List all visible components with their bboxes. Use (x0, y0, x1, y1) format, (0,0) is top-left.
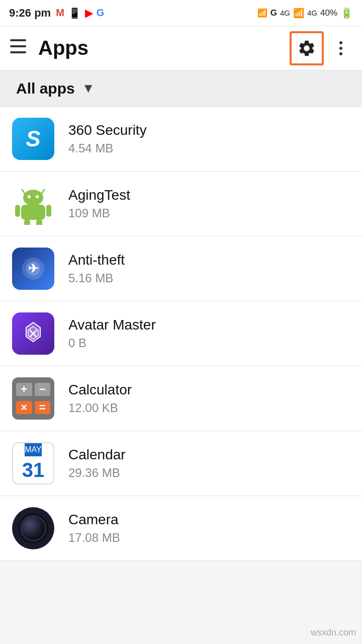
app-icon-antitheft: ✈ (12, 248, 54, 290)
app-icon-avatarmaster (12, 312, 54, 355)
list-item[interactable]: S 360 Security 4.54 MB (0, 107, 362, 172)
svg-rect-9 (15, 205, 20, 217)
app-info-calendar: Calendar 29.36 MB (68, 447, 126, 480)
app-icon-360security: S (12, 118, 54, 160)
filter-bar[interactable]: All apps ▼ (0, 70, 362, 107)
app-bar-left: Apps (10, 37, 88, 59)
chevron-down-icon: ▼ (82, 80, 95, 96)
app-icon-calendar: MAY 31 (12, 442, 54, 485)
signal2-icon: 📶 (293, 8, 304, 19)
calendar-month: MAY (25, 443, 41, 456)
more-dot-3 (339, 52, 342, 55)
notification-icons: M 📱 ▶ G (56, 7, 104, 19)
signal-icon: 📶 (257, 8, 267, 18)
status-bar: 9:26 pm M 📱 ▶ G 📶 G 4G 📶 4G 40% 🔋 (0, 0, 362, 26)
app-name: Calendar (68, 447, 126, 463)
signal3-text: 4G (307, 9, 317, 17)
list-item[interactable]: Avatar Master 0 B (0, 301, 362, 366)
app-icon-calculator: + − × = (12, 377, 54, 420)
more-dot-2 (339, 47, 342, 50)
battery-icon: 🔋 (340, 7, 353, 19)
calc-equals: = (35, 401, 51, 414)
calc-times: × (16, 401, 32, 414)
battery-level: 40% (320, 8, 337, 18)
svg-rect-10 (46, 205, 51, 217)
app-size: 5.16 MB (68, 271, 125, 285)
app-bar: Apps (0, 26, 362, 70)
more-options-button[interactable] (330, 37, 352, 59)
app-bar-right (290, 31, 352, 65)
youtube-icon: ▶ (85, 7, 93, 19)
app-info-agingtest: AgingTest 109 MB (68, 187, 130, 220)
list-item[interactable]: ✈ Anti-theft 5.16 MB (0, 236, 362, 301)
gmail-icon: M (56, 7, 64, 19)
app-size: 17.08 MB (68, 531, 120, 545)
app-info-360security: 360 Security 4.54 MB (68, 122, 147, 155)
svg-rect-11 (24, 219, 30, 225)
list-item[interactable]: Camera 17.08 MB (0, 496, 362, 561)
svg-rect-1 (10, 45, 26, 47)
gear-icon (297, 39, 316, 58)
svg-rect-12 (36, 219, 42, 225)
camera-lens (20, 515, 46, 541)
antitheft-svg: ✈ (20, 256, 46, 282)
svg-text:✈: ✈ (28, 262, 38, 275)
app-info-calculator: Calculator 12.00 KB (68, 382, 132, 415)
app-size: 12.00 KB (68, 401, 132, 415)
android-icon (12, 183, 54, 225)
google-icon: G (97, 7, 105, 19)
app-size: 109 MB (68, 206, 130, 220)
list-item[interactable]: AgingTest 109 MB (0, 172, 362, 236)
svg-point-6 (28, 195, 31, 198)
app-size: 4.54 MB (68, 141, 147, 155)
page-title: Apps (38, 37, 88, 59)
app-info-avatarmaster: Avatar Master 0 B (68, 317, 156, 350)
list-item[interactable]: + − × = Calculator 12.00 KB (0, 366, 362, 431)
svg-point-7 (36, 195, 39, 198)
filter-label: All apps (16, 80, 75, 97)
svg-rect-2 (10, 51, 26, 53)
lte-icon: 4G (280, 9, 290, 17)
360-icon-letter: S (26, 126, 40, 151)
svg-rect-8 (21, 205, 45, 220)
svg-rect-0 (10, 39, 26, 41)
app-list: S 360 Security 4.54 MB (0, 107, 362, 561)
status-time: 9:26 pm (9, 7, 51, 20)
status-right-area: 📶 G 4G 📶 4G 40% 🔋 (257, 7, 353, 19)
app-size: 29.36 MB (68, 466, 126, 480)
hamburger-menu-button[interactable] (10, 39, 26, 57)
watermark: wsxdn.com (311, 627, 356, 638)
calc-plus: + (16, 383, 32, 396)
app-name: 360 Security (68, 122, 147, 138)
list-item[interactable]: MAY 31 Calendar 29.36 MB (0, 431, 362, 496)
app-size: 0 B (68, 336, 156, 350)
svg-point-5 (23, 190, 43, 206)
status-time-area: 9:26 pm M 📱 ▶ G (9, 7, 104, 20)
app-icon-camera (12, 507, 54, 549)
signal-g-icon: G (270, 8, 277, 18)
app-name: Avatar Master (68, 317, 156, 333)
avatar-svg (20, 320, 46, 347)
app-name: Calculator (68, 382, 132, 398)
app-icon-agingtest (12, 183, 54, 225)
whatsapp-icon: 📱 (68, 7, 81, 19)
app-info-camera: Camera 17.08 MB (68, 512, 120, 545)
app-name: Camera (68, 512, 120, 528)
more-dot-1 (339, 41, 342, 44)
calc-minus: − (35, 383, 51, 396)
app-name: AgingTest (68, 187, 130, 203)
app-info-antitheft: Anti-theft 5.16 MB (68, 252, 125, 285)
app-name: Anti-theft (68, 252, 125, 268)
calendar-day: 31 (22, 456, 45, 484)
settings-button[interactable] (290, 31, 324, 65)
